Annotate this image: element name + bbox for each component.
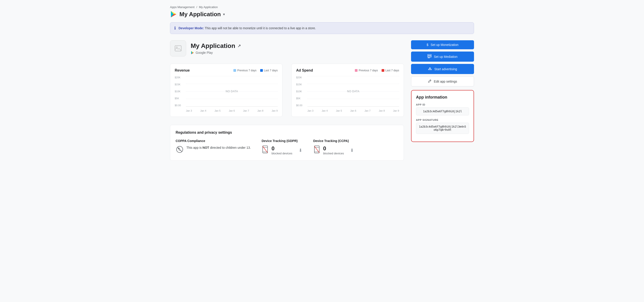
start-advertising-button[interactable]: Start advertising — [411, 64, 474, 74]
breadcrumb: Apps Management / My Application — [170, 6, 474, 9]
info-icon: ℹ — [174, 26, 176, 31]
adspend-legend-last-label: Last 7 days — [386, 69, 399, 72]
app-info-card: App information APP ID 1a2b3c4d5e6f7g8h9… — [411, 90, 474, 142]
revenue-legend-last-label: Last 7 days — [264, 69, 278, 72]
gdpr-count-section: 0 blocked devices — [272, 145, 292, 155]
revenue-legend-last-dot — [260, 69, 263, 72]
revenue-y-labels: $20K $15K $10K $5K $0.00 — [175, 76, 184, 107]
coppa-item: COPPA Compliance — [176, 139, 251, 155]
revenue-legend-last: Last 7 days — [260, 69, 278, 72]
app-id-label: APP ID — [416, 103, 469, 106]
set-up-monetization-button[interactable]: $ Set up Monetization — [411, 40, 474, 49]
svg-line-26 — [430, 80, 430, 81]
ccpa-item: Device Tracking (CCPA) — [313, 139, 354, 155]
svg-line-21 — [314, 146, 319, 153]
coppa-text: This app is NOT directed to children und… — [186, 145, 251, 150]
ccpa-phone-icon — [313, 145, 320, 155]
ccpa-label: Device Tracking (CCPA) — [313, 139, 354, 143]
revenue-x-labels: Jan 3 Jan 4 Jan 5 Jan 6 Jan 7 Jan 8 Jan … — [186, 109, 278, 112]
svg-rect-24 — [428, 58, 430, 58]
coppa-content: This app is NOT directed to children und… — [176, 145, 251, 155]
google-play-icon — [170, 11, 177, 18]
developer-mode-text: Developer Mode: This app will not be abl… — [178, 26, 316, 30]
ccpa-content: 0 blocked devices ⬇ — [313, 145, 354, 155]
app-info-row: My Application ↗ Google Play — [170, 40, 404, 57]
adspend-chart-grid: NO DATA — [308, 76, 399, 107]
revenue-chart-area: $20K $15K $10K $5K $0.00 NO DATA — [175, 76, 278, 112]
advertising-icon — [428, 67, 432, 71]
revenue-chart-legend: Previous 7 days Last 7 days — [234, 69, 278, 72]
ccpa-count-section: 0 blocked devices — [323, 145, 344, 155]
regulations-section: Regulations and privacy settings COPPA C… — [170, 125, 404, 161]
external-link-icon[interactable]: ↗ — [238, 44, 241, 48]
edit-app-settings-button[interactable]: Edit app settings — [411, 76, 474, 86]
adspend-no-data: NO DATA — [347, 90, 359, 93]
revenue-legend-prev-label: Previous 7 days — [237, 69, 256, 72]
left-column: My Application ↗ Google Play — [170, 40, 404, 161]
regulations-grid: COPPA Compliance — [176, 139, 398, 155]
revenue-no-data: NO DATA — [226, 90, 238, 93]
app-name: My Application — [191, 42, 235, 50]
revenue-chart-grid: NO DATA — [186, 76, 278, 107]
svg-rect-23 — [428, 56, 431, 57]
revenue-chart-title: Revenue — [175, 68, 190, 73]
app-store-badge: Google Play — [191, 51, 241, 55]
app-icon-placeholder — [170, 40, 186, 57]
charts-row: Revenue Previous 7 days Last 7 days — [170, 64, 404, 117]
adspend-chart-title: Ad Spend — [296, 68, 313, 73]
revenue-legend-prev: Previous 7 days — [234, 69, 256, 72]
gdpr-phone-icon — [262, 145, 269, 155]
gdpr-download-icon[interactable]: ⬇ — [298, 148, 302, 153]
adspend-chart-legend: Previous 7 days Last 7 days — [355, 69, 399, 72]
edit-app-settings-label: Edit app settings — [434, 80, 457, 83]
coppa-label: COPPA Compliance — [176, 139, 251, 143]
edit-icon — [428, 79, 432, 84]
adspend-legend-prev-label: Previous 7 days — [359, 69, 378, 72]
app-signature-label: APP SIGNATURE — [416, 119, 469, 121]
google-play-small-icon — [191, 51, 194, 55]
revenue-legend-prev-dot — [234, 69, 236, 72]
set-up-monetization-label: Set up Monetization — [430, 43, 458, 47]
svg-rect-4 — [175, 46, 181, 51]
page-title: My Application — [180, 11, 221, 18]
svg-rect-22 — [428, 55, 431, 56]
adspend-legend-last-dot — [382, 69, 384, 72]
regulations-title: Regulations and privacy settings — [176, 131, 398, 135]
adspend-chart-area: $20K $15K $10K $5K $0.00 NO DATA — [296, 76, 399, 112]
revenue-chart: Revenue Previous 7 days Last 7 days — [170, 64, 282, 117]
ccpa-blocked-label: blocked devices — [323, 152, 344, 155]
adspend-y-labels: $20K $15K $10K $5K $0.00 — [296, 76, 306, 107]
adspend-legend-prev-dot — [355, 69, 358, 72]
start-advertising-label: Start advertising — [434, 67, 457, 71]
mediation-icon — [428, 54, 432, 59]
breadcrumb-current: My Application — [199, 6, 218, 9]
header-row: My Application ▾ — [170, 11, 474, 18]
ccpa-download-icon[interactable]: ⬇ — [350, 148, 354, 153]
breadcrumb-separator: / — [196, 6, 197, 9]
gdpr-label: Device Tracking (GDPR) — [262, 139, 302, 143]
developer-mode-banner: ℹ Developer Mode: This app will not be a… — [170, 22, 474, 34]
app-id-value: 1a2b3c4d5e6f7g8h9i0j1k2l — [416, 107, 469, 115]
gdpr-item: Device Tracking (GDPR) — [262, 139, 302, 155]
monetization-icon: $ — [426, 43, 428, 47]
right-column: $ Set up Monetization Set up Mediation — [411, 40, 474, 142]
ccpa-blocked-count: 0 — [323, 145, 344, 152]
adspend-chart: Ad Spend Previous 7 days Last 7 days — [292, 64, 404, 117]
app-store-name: Google Play — [196, 51, 213, 55]
adspend-legend-prev: Previous 7 days — [355, 69, 378, 72]
adspend-x-labels: Jan 3 Jan 4 Jan 5 Jan 6 Jan 7 Jan 8 Jan … — [308, 109, 399, 112]
breadcrumb-parent[interactable]: Apps Management — [170, 6, 194, 9]
coppa-icon — [176, 145, 184, 155]
set-up-mediation-button[interactable]: Set up Mediation — [411, 52, 474, 62]
adspend-chart-header: Ad Spend Previous 7 days Last 7 days — [296, 68, 399, 73]
app-info-card-title: App information — [416, 95, 469, 100]
gdpr-blocked-count: 0 — [272, 145, 292, 152]
svg-line-17 — [263, 146, 268, 153]
adspend-legend-last: Last 7 days — [382, 69, 399, 72]
app-name-section: My Application ↗ Google Play — [191, 42, 241, 55]
app-signature-value: 1a2b3c4d5e6f7g8h9i0j1k2l3m4n5o6p7q8r9s0t — [416, 123, 469, 134]
app-title-dropdown[interactable]: ▾ — [223, 12, 225, 17]
gdpr-blocked-label: blocked devices — [272, 152, 292, 155]
set-up-mediation-label: Set up Mediation — [434, 55, 457, 59]
main-content: My Application ↗ Google Play — [170, 40, 474, 161]
